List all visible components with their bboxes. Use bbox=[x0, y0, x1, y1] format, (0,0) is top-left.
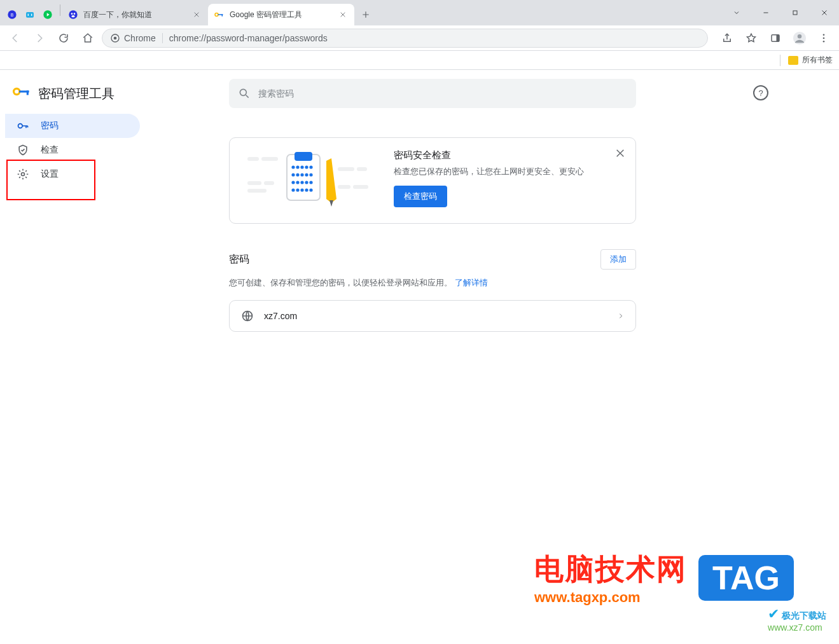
browser-toolbar: Chrome chrome://password-manager/passwor… bbox=[0, 25, 839, 51]
nav-forward-button[interactable] bbox=[29, 28, 50, 48]
svg-rect-36 bbox=[357, 167, 367, 171]
svg-point-47 bbox=[296, 173, 299, 176]
brand: 密码管理工具 bbox=[5, 83, 158, 114]
app-icon-play[interactable] bbox=[42, 9, 53, 20]
watermark-line1: 电脑技术网 bbox=[534, 550, 687, 589]
sidebar-item-settings[interactable]: 设置 bbox=[5, 162, 140, 186]
svg-point-22 bbox=[823, 37, 825, 39]
window-minimize-button[interactable] bbox=[751, 3, 780, 23]
tab-baidu[interactable]: 百度一下，你就知道 bbox=[62, 4, 208, 25]
svg-point-55 bbox=[309, 181, 312, 184]
key-icon bbox=[17, 120, 29, 132]
checkup-desc: 检查您已保存的密码，让您在上网时更安全、更安心 bbox=[394, 165, 623, 178]
watermark-jg2: www.xz7.com bbox=[768, 622, 822, 633]
password-row[interactable]: xz7.com bbox=[229, 300, 636, 332]
svg-point-29 bbox=[240, 89, 246, 95]
svg-rect-14 bbox=[793, 11, 797, 15]
all-bookmarks-label: 所有书签 bbox=[802, 55, 833, 65]
svg-point-59 bbox=[305, 188, 308, 191]
browser-tab-strip: B 百度一下，你就知道 Google 密码管理工具 bbox=[0, 0, 839, 25]
svg-point-9 bbox=[74, 13, 76, 15]
svg-point-16 bbox=[114, 36, 117, 39]
watermark-tag: TAG bbox=[698, 555, 794, 601]
svg-point-27 bbox=[18, 124, 23, 128]
svg-rect-32 bbox=[247, 181, 261, 185]
passwords-description: 您可创建、保存和管理您的密码，以便轻松登录网站和应用。 了解详情 bbox=[229, 277, 636, 289]
sidebar-item-label: 检查 bbox=[41, 144, 59, 156]
svg-rect-3 bbox=[28, 14, 29, 16]
google-pm-favicon-icon bbox=[214, 10, 225, 20]
checkup-title: 密码安全检查 bbox=[394, 149, 623, 161]
svg-point-28 bbox=[22, 173, 25, 176]
search-wrap: ? bbox=[229, 79, 636, 108]
all-bookmarks-folder[interactable]: 所有书签 bbox=[788, 55, 833, 65]
svg-point-45 bbox=[309, 165, 312, 168]
nav-home-button[interactable] bbox=[78, 28, 98, 48]
baidu-favicon-icon bbox=[68, 10, 78, 20]
svg-point-10 bbox=[71, 15, 74, 17]
bookmark-star-button[interactable] bbox=[741, 28, 761, 48]
svg-point-11 bbox=[215, 13, 218, 17]
nav-reload-button[interactable] bbox=[53, 28, 74, 48]
window-maximize-button[interactable] bbox=[780, 3, 810, 23]
window-controls bbox=[722, 0, 839, 25]
nav-back-button[interactable] bbox=[5, 28, 25, 48]
omnibox-separator bbox=[162, 33, 163, 43]
titlebar-app-icons: B bbox=[0, 9, 59, 25]
svg-rect-40 bbox=[295, 152, 312, 161]
sidebar-item-label: 设置 bbox=[41, 168, 59, 180]
svg-rect-38 bbox=[353, 185, 368, 189]
profile-button[interactable] bbox=[789, 28, 810, 48]
shield-check-icon bbox=[17, 144, 29, 156]
overflow-menu-button[interactable] bbox=[814, 28, 834, 48]
new-tab-button[interactable] bbox=[357, 6, 375, 24]
sidebar-item-passwords[interactable]: 密码 bbox=[5, 114, 140, 138]
passwords-desc-text: 您可创建、保存和管理您的密码，以便轻松登录网站和应用。 bbox=[229, 278, 452, 287]
svg-rect-31 bbox=[261, 157, 278, 161]
search-icon bbox=[238, 87, 251, 100]
svg-point-52 bbox=[296, 181, 299, 184]
address-bar[interactable]: Chrome chrome://password-manager/passwor… bbox=[102, 29, 708, 48]
learn-more-link[interactable]: 了解详情 bbox=[455, 278, 488, 287]
tabs: 百度一下，你就知道 Google 密码管理工具 bbox=[62, 0, 378, 25]
svg-point-49 bbox=[305, 173, 308, 176]
sidebar-item-label: 密码 bbox=[41, 120, 59, 132]
toolbar-actions bbox=[717, 28, 834, 48]
side-panel-button[interactable] bbox=[765, 28, 786, 48]
svg-point-60 bbox=[309, 188, 312, 191]
svg-point-56 bbox=[291, 188, 295, 191]
folder-icon bbox=[788, 56, 798, 65]
url-text: chrome://password-manager/passwords bbox=[169, 33, 328, 43]
svg-rect-37 bbox=[338, 185, 350, 189]
sidebar-item-check[interactable]: 检查 bbox=[5, 138, 140, 162]
help-button[interactable]: ? bbox=[753, 85, 768, 100]
globe-icon bbox=[241, 310, 254, 322]
search-input[interactable] bbox=[229, 79, 636, 108]
svg-rect-13 bbox=[222, 14, 223, 17]
svg-point-50 bbox=[309, 173, 312, 176]
brand-title: 密码管理工具 bbox=[38, 85, 114, 102]
card-close-button[interactable] bbox=[611, 144, 629, 162]
share-button[interactable] bbox=[717, 28, 737, 48]
chevron-right-icon bbox=[618, 313, 624, 319]
svg-text:B: B bbox=[11, 13, 14, 17]
window-close-button[interactable] bbox=[810, 3, 839, 23]
svg-rect-30 bbox=[247, 157, 259, 161]
app-icon-baidu[interactable]: B bbox=[6, 9, 18, 20]
svg-rect-18 bbox=[777, 34, 780, 41]
tab-close-icon[interactable] bbox=[338, 10, 348, 20]
svg-marker-61 bbox=[326, 158, 336, 203]
tab-close-icon[interactable] bbox=[191, 10, 202, 20]
tab-password-manager[interactable]: Google 密码管理工具 bbox=[208, 4, 354, 25]
app-icon-bilibili[interactable] bbox=[24, 9, 36, 20]
svg-rect-2 bbox=[26, 12, 34, 18]
window-dropdown-button[interactable] bbox=[722, 3, 751, 23]
svg-point-53 bbox=[300, 181, 303, 184]
tab-title: Google 密码管理工具 bbox=[230, 10, 333, 20]
passwords-heading: 密码 bbox=[229, 253, 249, 266]
add-password-button[interactable]: 添加 bbox=[600, 249, 636, 270]
svg-rect-33 bbox=[264, 181, 274, 185]
site-info-chip[interactable]: Chrome bbox=[110, 33, 156, 43]
check-passwords-button[interactable]: 检查密码 bbox=[394, 186, 447, 207]
site-info-label: Chrome bbox=[124, 33, 156, 43]
